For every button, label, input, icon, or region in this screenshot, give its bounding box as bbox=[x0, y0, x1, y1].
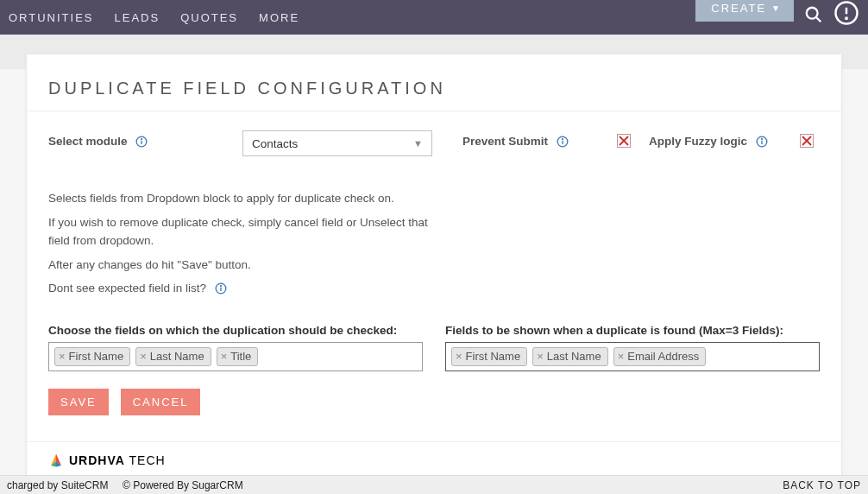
svg-point-6 bbox=[142, 139, 142, 140]
help-line-text: Dont see expected field in list? bbox=[48, 282, 206, 294]
help-line: Dont see expected field in list? bbox=[48, 279, 445, 298]
info-icon[interactable] bbox=[215, 282, 227, 294]
dup-fields-input[interactable]: ×First Name ×Last Name ×Title bbox=[48, 342, 423, 371]
info-icon[interactable] bbox=[557, 136, 569, 148]
tag-title: ×Title bbox=[217, 347, 259, 366]
svg-point-14 bbox=[761, 139, 762, 140]
top-navbar: ORTUNITIES LEADS QUOTES MORE CREATE ▼ bbox=[0, 0, 868, 35]
remove-tag-icon[interactable]: × bbox=[537, 350, 544, 363]
svg-point-3 bbox=[846, 18, 847, 20]
remove-tag-icon[interactable]: × bbox=[59, 350, 66, 363]
nav-list: ORTUNITIES LEADS QUOTES MORE bbox=[9, 11, 299, 24]
module-select[interactable]: Contacts ▼ bbox=[242, 130, 432, 156]
prevent-submit-label-wrap: Prevent Submit bbox=[462, 135, 569, 148]
button-row: SAVE CANCEL bbox=[48, 389, 820, 415]
search-icon[interactable] bbox=[804, 5, 823, 28]
top-controls-row: Select module Contacts ▼ Prevent Submit … bbox=[48, 130, 820, 156]
tag-first-name: ×First Name bbox=[54, 347, 130, 366]
remove-tag-icon[interactable]: × bbox=[140, 350, 147, 363]
save-button[interactable]: SAVE bbox=[48, 389, 109, 415]
create-button-label: CREATE bbox=[711, 2, 766, 15]
nav-item-quotes[interactable]: QUOTES bbox=[180, 11, 238, 24]
nav-item-leads[interactable]: LEADS bbox=[115, 11, 160, 24]
dup-fields-label: Choose the fields on which the duplicati… bbox=[48, 324, 423, 337]
create-button[interactable]: CREATE ▼ bbox=[695, 0, 794, 22]
apply-fuzzy-toggle[interactable] bbox=[800, 134, 814, 148]
back-to-top-link[interactable]: BACK TO TOP bbox=[783, 479, 861, 491]
card-header: DUPLICATE FIELD CONFIGURATION bbox=[27, 54, 841, 111]
show-fields-input[interactable]: ×First Name ×Last Name ×Email Address bbox=[445, 342, 820, 371]
caret-down-icon: ▼ bbox=[771, 3, 782, 13]
select-module-label-wrap: Select module bbox=[48, 130, 242, 148]
card-body: Select module Contacts ▼ Prevent Submit … bbox=[27, 111, 841, 441]
cancel-button[interactable]: CANCEL bbox=[121, 389, 201, 415]
help-line: After any changes do hit "Save" button. bbox=[48, 256, 445, 275]
show-fields-label: Fields to be shown when a duplicate is f… bbox=[445, 324, 820, 337]
info-icon[interactable] bbox=[756, 136, 768, 148]
config-card: DUPLICATE FIELD CONFIGURATION Select mod… bbox=[26, 54, 842, 484]
prevent-submit-label: Prevent Submit bbox=[462, 135, 548, 148]
tag-last-name: ×Last Name bbox=[135, 347, 211, 366]
svg-point-0 bbox=[807, 8, 818, 19]
tag-label: Email Address bbox=[627, 350, 699, 363]
nav-item-opportunities[interactable]: ORTUNITIES bbox=[9, 11, 94, 24]
bottom-left: charged by SuiteCRM © Powered By SugarCR… bbox=[7, 479, 243, 491]
chevron-down-icon: ▼ bbox=[413, 138, 423, 149]
apply-fuzzy-label: Apply Fuzzy logic bbox=[649, 135, 747, 148]
footer-brand: URDHVA TECH bbox=[69, 453, 166, 467]
tag-label: Title bbox=[230, 350, 251, 363]
select-module-label: Select module bbox=[48, 135, 128, 148]
svg-point-19 bbox=[220, 286, 221, 287]
supercharged-text: charged by SuiteCRM bbox=[7, 479, 108, 491]
remove-tag-icon[interactable]: × bbox=[618, 350, 625, 363]
tag-email-address: ×Email Address bbox=[613, 347, 707, 366]
tag-label: Last Name bbox=[150, 350, 204, 363]
show-fields-col: Fields to be shown when a duplicate is f… bbox=[445, 324, 820, 371]
tag-label: First Name bbox=[466, 350, 521, 363]
apply-fuzzy-label-wrap: Apply Fuzzy logic bbox=[649, 135, 768, 148]
nav-item-more[interactable]: MORE bbox=[259, 11, 299, 24]
info-icon[interactable] bbox=[135, 136, 148, 148]
svg-point-9 bbox=[562, 139, 563, 140]
module-select-value: Contacts bbox=[252, 137, 298, 150]
bottom-bar: charged by SuiteCRM © Powered By SugarCR… bbox=[0, 475, 868, 494]
svg-line-1 bbox=[816, 17, 821, 22]
tag-last-name: ×Last Name bbox=[532, 347, 607, 366]
dup-fields-col: Choose the fields on which the duplicati… bbox=[48, 324, 423, 371]
notification-icon[interactable] bbox=[833, 0, 859, 29]
help-line: Selects fields from Dropdown block to ap… bbox=[48, 189, 445, 208]
tag-label: Last Name bbox=[547, 350, 601, 363]
help-line: If you wish to remove duplicate check, s… bbox=[48, 213, 445, 250]
tag-first-name: ×First Name bbox=[451, 347, 527, 366]
page-title: DUPLICATE FIELD CONFIGURATION bbox=[48, 79, 820, 98]
help-text: Selects fields from Dropdown block to ap… bbox=[48, 189, 445, 298]
powered-by-text: © Powered By SugarCRM bbox=[123, 479, 243, 491]
prevent-submit-toggle[interactable] bbox=[617, 134, 631, 148]
remove-tag-icon[interactable]: × bbox=[221, 350, 228, 363]
fields-row: Choose the fields on which the duplicati… bbox=[48, 324, 820, 371]
remove-tag-icon[interactable]: × bbox=[456, 350, 462, 363]
urdhva-logo-icon bbox=[48, 453, 64, 468]
tag-label: First Name bbox=[69, 350, 124, 363]
